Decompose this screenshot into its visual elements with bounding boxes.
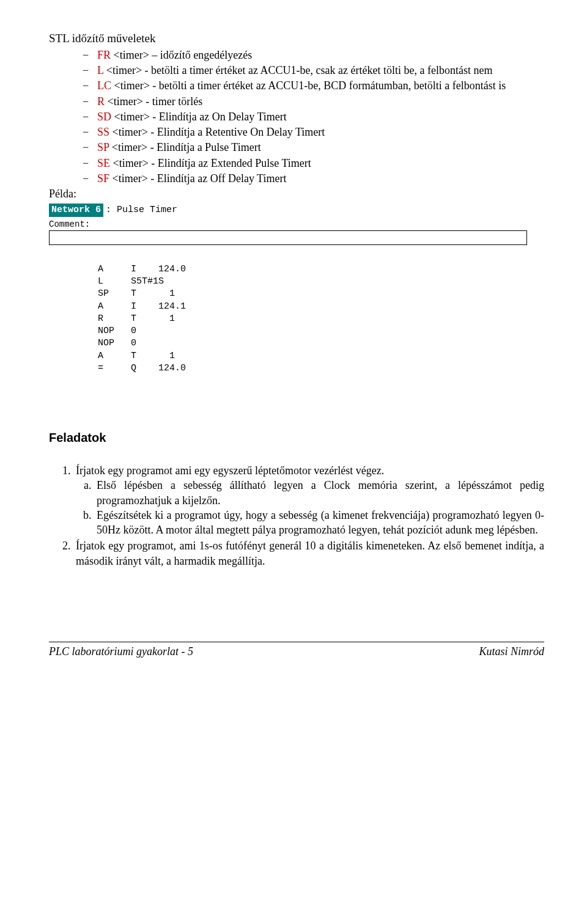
code-l: L xyxy=(97,64,103,76)
code-sp: SP xyxy=(97,141,109,153)
task-item-1: Írjatok egy programot ami egy egyszerű l… xyxy=(73,463,544,537)
code-lc: LC xyxy=(97,79,111,92)
footer-right: Kutasi Nimród xyxy=(479,644,544,659)
code-fr: FR xyxy=(97,49,111,61)
code-sd: SD xyxy=(97,111,111,123)
code-example: Network 6 : Pulse Timer Comment: A I 124… xyxy=(49,204,544,375)
timer-operations-list: FR <timer> – időzítő engedélyezés L <tim… xyxy=(83,48,544,186)
code-se: SE xyxy=(97,157,110,169)
task-text: Írjatok egy programot, ami 1s-os futófén… xyxy=(76,540,544,566)
text: <timer> - Elindítja a Retentive On Delay… xyxy=(109,126,325,138)
list-item: SE <timer> - Elindítja az Extended Pulse… xyxy=(83,156,544,170)
task-item-2: Írjatok egy programot, ami 1s-os futófén… xyxy=(73,538,544,568)
network-title: : Pulse Timer xyxy=(103,204,180,217)
text: <timer> - Elindítja az On Delay Timert xyxy=(111,111,287,123)
page-footer: PLC laboratóriumi gyakorlat - 5 Kutasi N… xyxy=(49,642,544,659)
text: <timer> – időzítő engedélyezés xyxy=(111,49,252,61)
text: <timer> - betölti a timer értéket az ACC… xyxy=(103,64,492,76)
list-item: SP <timer> - Elindítja a Pulse Timert xyxy=(83,140,544,155)
subtask-b: Egészítsétek ki a programot úgy, hogy a … xyxy=(94,508,544,538)
task-1-sublist: Első lépésben a sebesség állítható legye… xyxy=(94,478,544,537)
tasks-list: Írjatok egy programot ami egy egyszerű l… xyxy=(73,463,544,568)
comment-field xyxy=(49,230,527,245)
text: <timer> - Elindítja az Off Delay Timert xyxy=(109,172,286,185)
footer-left: PLC laboratóriumi gyakorlat - 5 xyxy=(49,644,193,659)
text: <timer> - betölti a timer értéket az ACC… xyxy=(111,79,506,92)
comment-label: Comment: xyxy=(49,219,544,230)
subtask-a: Első lépésben a sebesség állítható legye… xyxy=(94,478,544,508)
list-item: SF <timer> - Elindítja az Off Delay Time… xyxy=(83,171,544,186)
example-label: Példa: xyxy=(49,186,544,201)
list-item: SS <timer> - Elindítja a Retentive On De… xyxy=(83,125,544,139)
code-sf: SF xyxy=(97,172,109,185)
code-r: R xyxy=(97,95,105,108)
text: <timer> - Elindítja a Pulse Timert xyxy=(109,141,260,153)
section-title: STL időzítő műveletek xyxy=(49,31,544,46)
network-badge: Network 6 xyxy=(49,204,103,217)
list-item: LC <timer> - betölti a timer értéket az … xyxy=(83,78,544,93)
task-text: Írjatok egy programot ami egy egyszerű l… xyxy=(76,464,384,477)
text: <timer> - timer törlés xyxy=(105,95,202,108)
list-item: R <timer> - timer törlés xyxy=(83,94,544,109)
list-item: SD <timer> - Elindítja az On Delay Timer… xyxy=(83,109,544,124)
list-item: L <timer> - betölti a timer értéket az A… xyxy=(83,63,544,78)
stl-code-lines: A I 124.0 L S5T#1S SP T 1 A I 124.1 R T … xyxy=(98,263,544,375)
text: <timer> - Elindítja az Extended Pulse Ti… xyxy=(110,157,311,169)
list-item: FR <timer> – időzítő engedélyezés xyxy=(83,48,544,62)
tasks-heading: Feladatok xyxy=(49,430,544,446)
code-ss: SS xyxy=(97,126,109,138)
network-header: Network 6 : Pulse Timer xyxy=(49,204,544,217)
